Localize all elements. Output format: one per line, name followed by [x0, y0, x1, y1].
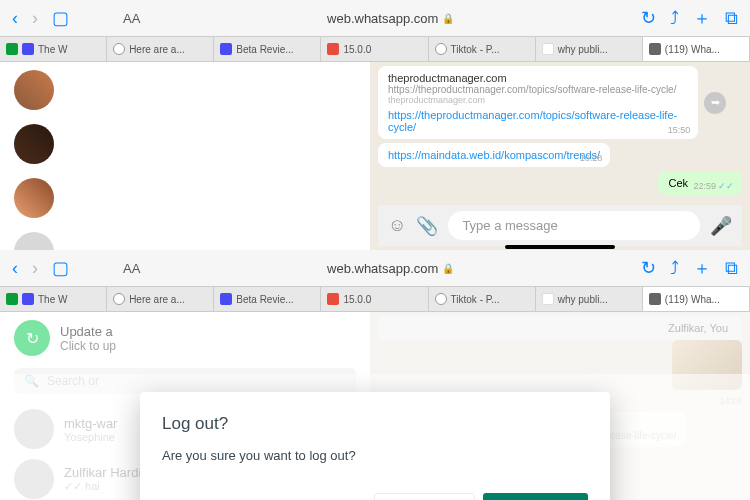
tab[interactable]: The W	[0, 287, 107, 311]
tab-active[interactable]: (119) Wha...	[643, 37, 750, 61]
update-subtitle: Click to up	[60, 339, 116, 353]
message-time: 15:50	[668, 125, 691, 135]
message-in[interactable]: https://maindata.web.id/kompascom/trends…	[378, 143, 610, 167]
bookmarks-icon[interactable]: ▢	[52, 257, 69, 279]
favicon-icon	[327, 293, 339, 305]
new-tab-icon[interactable]: ＋	[693, 256, 711, 280]
favicon-icon	[327, 43, 339, 55]
tab[interactable]: why publi...	[536, 287, 643, 311]
favicon-icon	[542, 293, 554, 305]
address-bar[interactable]: web.whatsapp.com 🔒	[154, 11, 627, 26]
mic-icon[interactable]: 🎤	[710, 215, 732, 237]
link-title: theproductmanager.com	[388, 72, 688, 84]
avatar[interactable]	[14, 232, 54, 250]
favicon-icon	[220, 43, 232, 55]
forward-icon[interactable]: ➥	[704, 92, 726, 114]
lock-icon: 🔒	[442, 263, 454, 274]
tab-active[interactable]: (119) Wha...	[643, 287, 750, 311]
message-link[interactable]: https://maindata.web.id/kompascom/trends…	[388, 149, 600, 161]
favicon-icon	[542, 43, 554, 55]
tab[interactable]: Here are a...	[107, 287, 214, 311]
tab[interactable]: Tiktok - P...	[429, 287, 536, 311]
favicon-icon	[435, 43, 447, 55]
cancel-button[interactable]: CANCEL	[374, 493, 475, 500]
message-in-link-preview[interactable]: theproductmanager.com https://theproduct…	[378, 66, 698, 139]
link-url: https://theproductmanager.com/topics/sof…	[388, 84, 688, 95]
avatar[interactable]	[14, 70, 54, 110]
url-text: web.whatsapp.com	[327, 261, 438, 276]
reload-icon[interactable]: ↻	[641, 257, 656, 279]
favicon-icon	[220, 293, 232, 305]
avatar[interactable]	[14, 178, 54, 218]
share-icon[interactable]: ⤴	[670, 8, 679, 29]
avatar[interactable]	[14, 124, 54, 164]
browser-toolbar: ‹ › ▢ AA web.whatsapp.com 🔒 ↻ ⤴ ＋ ⧉	[0, 250, 750, 286]
tabs-icon[interactable]: ⧉	[725, 258, 738, 279]
tab[interactable]: The W	[0, 37, 107, 61]
message-link[interactable]: https://theproductmanager.com/topics/sof…	[388, 109, 688, 133]
new-tab-icon[interactable]: ＋	[693, 6, 711, 30]
forward-button[interactable]: ›	[32, 8, 38, 29]
tab[interactable]: Here are a...	[107, 37, 214, 61]
reader-aa[interactable]: AA	[123, 261, 140, 276]
chat-header-subtitle: Zulfikar, You	[378, 316, 742, 340]
tab-strip: The W Here are a... Beta Revie... 15.0.0…	[0, 36, 750, 62]
url-text: web.whatsapp.com	[327, 11, 438, 26]
dialog-title: Log out?	[162, 414, 588, 434]
tab[interactable]: Tiktok - P...	[429, 37, 536, 61]
dialog-body: Are you sure you want to log out?	[162, 448, 588, 463]
tab[interactable]: 15.0.0	[321, 37, 428, 61]
update-available-row[interactable]: ↻ Update a Click to up	[14, 320, 356, 356]
back-button[interactable]: ‹	[12, 8, 18, 29]
tab[interactable]: Beta Revie...	[214, 37, 321, 61]
address-bar[interactable]: web.whatsapp.com 🔒	[154, 261, 627, 276]
tabs-icon[interactable]: ⧉	[725, 8, 738, 29]
favicon-icon	[6, 43, 18, 55]
bookmarks-icon[interactable]: ▢	[52, 7, 69, 29]
favicon-icon	[435, 293, 447, 305]
reader-aa[interactable]: AA	[123, 11, 140, 26]
reload-icon[interactable]: ↻	[641, 7, 656, 29]
lock-icon: 🔒	[442, 13, 454, 24]
chat-pane: theproductmanager.com https://theproduct…	[370, 62, 750, 250]
forward-button[interactable]: ›	[32, 258, 38, 279]
tab[interactable]: why publi...	[536, 37, 643, 61]
chat-list-sidebar: GRUP TIKTOK 2022 🕺💃🔥 22:43	[0, 62, 370, 250]
share-icon[interactable]: ⤴	[670, 258, 679, 279]
favicon-icon	[22, 293, 34, 305]
tab-strip: The W Here are a... Beta Revie... 15.0.0…	[0, 286, 750, 312]
refresh-icon: ↻	[14, 320, 50, 356]
tab[interactable]: 15.0.0	[321, 287, 428, 311]
message-text: Cek	[668, 177, 688, 189]
favicon-icon	[113, 43, 125, 55]
browser-toolbar: ‹ › ▢ AA web.whatsapp.com 🔒 ↻ ⤴ ＋ ⧉	[0, 0, 750, 36]
tab[interactable]: Beta Revie...	[214, 287, 321, 311]
home-indicator	[505, 245, 615, 249]
attach-icon[interactable]: 📎	[416, 215, 438, 237]
message-composer: ☺ 📎 Type a message 🎤	[378, 205, 742, 246]
favicon-icon	[113, 293, 125, 305]
back-button[interactable]: ‹	[12, 258, 18, 279]
message-input[interactable]: Type a message	[448, 211, 700, 240]
update-title: Update a	[60, 324, 116, 339]
link-host: theproductmanager.com	[388, 95, 688, 105]
message-time: 16:28	[580, 153, 603, 163]
logout-button[interactable]: LOG OUT	[483, 493, 588, 500]
logout-dialog: Log out? Are you sure you want to log ou…	[140, 392, 610, 500]
emoji-icon[interactable]: ☺	[388, 215, 406, 236]
favicon-icon	[649, 43, 661, 55]
favicon-icon	[649, 293, 661, 305]
favicon-icon	[22, 43, 34, 55]
favicon-icon	[6, 293, 18, 305]
message-time: 22:59	[693, 181, 716, 191]
message-out[interactable]: Cek 22:59✓✓	[658, 171, 742, 195]
read-checks-icon: ✓✓	[718, 181, 734, 191]
